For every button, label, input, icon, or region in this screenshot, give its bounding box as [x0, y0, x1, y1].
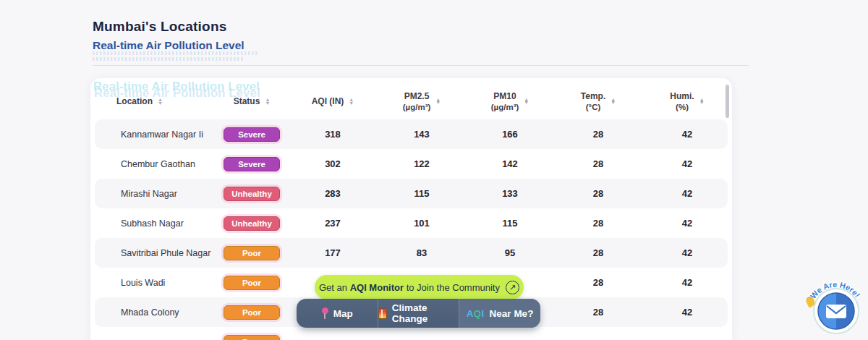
temp-value: 28	[550, 218, 646, 229]
pm25-value: 143	[374, 129, 469, 140]
column-header-aqi-in-[interactable]: AQI (IN)▲▼	[292, 95, 374, 107]
sort-icon[interactable]: ▲▼	[435, 98, 441, 105]
contact-widget-button[interactable]: We Are Here!	[804, 273, 865, 336]
cta-text: Get an	[319, 282, 350, 293]
aqi-monitor-cta-button[interactable]: Get an AQI Monitor to Join the Community…	[315, 275, 524, 299]
humi-value: 42	[646, 188, 728, 199]
column-header-temp-[interactable]: Temp.(°C)▲▼	[550, 90, 646, 114]
map-pin-icon	[321, 307, 328, 320]
pm10-value: 115	[469, 218, 550, 229]
aqi-value: 283	[292, 188, 374, 199]
aqi-value: 177	[292, 247, 374, 258]
humi-value: 42	[646, 158, 728, 169]
location-name: Savitribai Phule Nagar	[112, 248, 212, 258]
location-name: Kannamwar Nagar Ii	[112, 129, 212, 140]
toolbar-item-map[interactable]: Map	[297, 299, 378, 328]
ghost-text-artifact	[93, 51, 258, 55]
temp-value: 28	[550, 129, 646, 140]
column-header-location[interactable]: Location▲▼	[112, 95, 212, 107]
table-row[interactable]: Savitribai Phule Nagar Poor 177 83 95 28…	[95, 238, 728, 268]
status-badge: Severe	[224, 157, 280, 171]
humi-value: 42	[646, 129, 728, 140]
pm10-value: 95	[469, 247, 550, 258]
pm10-value: 142	[469, 158, 550, 169]
location-name: Chembur Gaothan	[112, 159, 212, 169]
status-badge: Poor	[224, 276, 280, 290]
climate-change-label: Climate Change	[392, 302, 459, 324]
aqi-value: 302	[292, 158, 374, 169]
sort-icon[interactable]: ▲▼	[265, 98, 270, 105]
quick-links-toolbar: Map Climate Change AQI Near Me?	[297, 299, 540, 328]
column-header-status[interactable]: Status▲▼	[212, 95, 292, 107]
toolbar-item-aqi-near-me[interactable]: AQI Near Me?	[459, 299, 540, 328]
cta-text: to Join the Community	[404, 282, 500, 293]
location-name: Mirashi Nagar	[112, 189, 212, 199]
pm25-value: 83	[374, 247, 469, 258]
humi-value: 42	[646, 218, 728, 229]
temp-value: 28	[550, 307, 646, 318]
column-header-pm2-5[interactable]: PM2.5(µg/m³)▲▼	[374, 90, 469, 114]
temp-value: 28	[550, 247, 646, 258]
table-header-row: Location▲▼Status▲▼AQI (IN)▲▼PM2.5(µg/m³)…	[90, 78, 732, 119]
location-name: Mhada Colony	[112, 307, 212, 318]
near-me-label: Near Me?	[490, 308, 534, 319]
pm25-value: 101	[374, 218, 469, 229]
arrow-up-right-icon: ↗	[506, 281, 519, 294]
map-label: Map	[333, 308, 353, 319]
status-badge: Poor	[224, 335, 280, 340]
column-header-humi-[interactable]: Humi.(%)▲▼	[646, 90, 728, 114]
toolbar-item-climate-change[interactable]: Climate Change	[378, 299, 460, 328]
aqi-value: 237	[292, 218, 374, 229]
temp-value: 28	[550, 277, 646, 288]
table-row[interactable]: Kannamwar Nagar Ii Severe 318 143 166 28…	[95, 119, 728, 149]
page-title: Mumbai's Locations	[93, 19, 226, 35]
pm25-value: 115	[374, 188, 469, 199]
pm25-value: 122	[374, 158, 469, 169]
climate-change-icon	[378, 308, 387, 319]
table-row[interactable]: Poor	[95, 327, 728, 340]
table-row[interactable]: Chembur Gaothan Severe 302 122 142 28 42	[95, 149, 728, 179]
table-row[interactable]: Subhash Nagar Unhealthy 237 101 115 28 4…	[95, 208, 728, 238]
sort-icon[interactable]: ▲▼	[158, 98, 163, 105]
aqi-value: 318	[292, 129, 374, 140]
location-name: Louis Wadi	[112, 278, 212, 288]
header-divider	[93, 65, 749, 66]
air-pollution-page: Mumbai's Locations Real-time Air Polluti…	[0, 0, 868, 340]
humi-value: 42	[646, 247, 728, 258]
sort-icon[interactable]: ▲▼	[524, 98, 529, 105]
pm10-value: 133	[469, 188, 550, 199]
status-badge: Unhealthy	[224, 216, 280, 231]
table-scrollbar[interactable]	[726, 85, 729, 118]
aqi-logo: AQI	[467, 308, 485, 319]
table-row[interactable]: Mirashi Nagar Unhealthy 283 115 133 28 4…	[95, 179, 728, 208]
status-badge: Poor	[224, 246, 280, 260]
temp-value: 28	[550, 158, 646, 169]
pm10-value: 166	[469, 129, 550, 140]
humi-value: 42	[646, 277, 728, 288]
humi-value: 42	[646, 307, 728, 318]
page-subtitle: Real-time Air Pollution Level	[93, 39, 244, 52]
sort-icon[interactable]: ▲▼	[349, 98, 354, 105]
sort-icon[interactable]: ▲▼	[610, 98, 616, 105]
location-name: Subhash Nagar	[112, 218, 212, 229]
status-badge: Unhealthy	[224, 187, 280, 201]
status-badge: Severe	[224, 127, 280, 142]
sort-icon[interactable]: ▲▼	[699, 98, 705, 105]
temp-value: 28	[550, 188, 646, 199]
column-header-pm10[interactable]: PM10(µg/m³)▲▼	[469, 90, 550, 114]
cta-text-bold: AQI Monitor	[350, 282, 404, 293]
status-badge: Poor	[224, 305, 280, 320]
ghost-text-artifact	[93, 57, 243, 61]
